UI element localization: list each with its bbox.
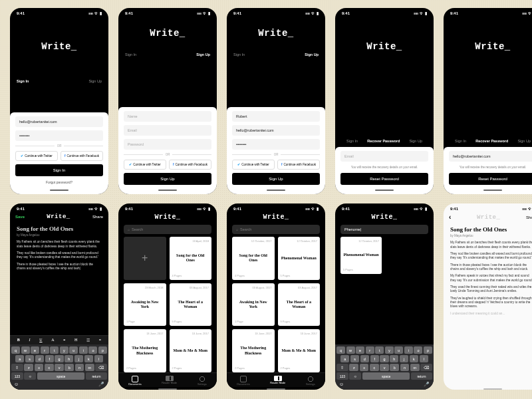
key-r[interactable]: r (41, 346, 49, 354)
share-button[interactable]: Share (92, 215, 103, 219)
doc-card[interactable]: 13 June, 2017The Mothering Blackness2 Pa… (124, 329, 166, 372)
key-b[interactable]: b (390, 364, 399, 371)
key-h[interactable]: h (65, 355, 73, 362)
key-k[interactable]: k (84, 355, 93, 362)
heading-button[interactable]: H (74, 338, 77, 342)
tab-settings[interactable]: Settings (306, 376, 315, 386)
doc-card[interactable]: 03 August, 2017Awaking in New York1 Page (232, 283, 275, 327)
key-x[interactable]: x (35, 364, 44, 371)
key-t[interactable]: t (50, 346, 59, 354)
key-w[interactable]: w (21, 346, 30, 354)
underline-button[interactable]: U (39, 338, 42, 342)
tab-reader[interactable]: Reader Mode (270, 376, 285, 386)
key-o[interactable]: o (88, 346, 97, 354)
tab-documents[interactable]: Documents (128, 376, 141, 386)
space-key[interactable]: space (37, 372, 85, 380)
add-card[interactable]: + (124, 237, 166, 280)
key-o[interactable]: o (414, 346, 422, 354)
tab-reader[interactable]: Reader Mode (162, 376, 177, 386)
key-d[interactable]: d (360, 355, 369, 362)
search-input[interactable]: Phenome| (340, 225, 428, 234)
num-key[interactable]: 123 (11, 372, 23, 380)
email-field[interactable]: hello@robertanitei.com (232, 125, 320, 136)
key-e[interactable]: e (31, 346, 39, 354)
name-field[interactable]: Robert (232, 111, 320, 122)
tab-recover[interactable]: Recover Password (367, 139, 400, 143)
doc-card[interactable]: 03 August, 2017The Heart of a Woman9 Pag… (170, 283, 212, 327)
key-q[interactable]: q (11, 346, 20, 354)
key-j[interactable]: j (74, 355, 83, 362)
key-q[interactable]: q (336, 346, 345, 354)
facebook-button[interactable]: fContinue with Facebook (169, 160, 211, 170)
key-y[interactable]: y (385, 346, 394, 354)
key-p[interactable]: p (424, 346, 432, 354)
password-field[interactable]: •••••••• (15, 130, 103, 141)
doc-card[interactable]: 13 June, 2017Mom & Me & Mom2 Pages (278, 329, 321, 372)
signup-button[interactable]: Sign Up (232, 173, 320, 185)
name-field[interactable]: Name (124, 111, 211, 122)
password-field[interactable]: •••••••• (232, 139, 320, 150)
key-i[interactable]: i (79, 346, 88, 354)
doc-card[interactable]: 13 June, 2017Mom & Me & Mom2 Pages (170, 329, 212, 372)
document-area[interactable]: Song for the Old Ones by Maya Angelou My… (444, 222, 532, 387)
emoji-icon[interactable]: ☺ (14, 382, 19, 387)
facebook-button[interactable]: fContinue with Facebook (61, 151, 103, 161)
delete-key[interactable]: ⌫ (95, 364, 107, 371)
share-button[interactable]: Share (526, 215, 532, 219)
key-n[interactable]: n (75, 364, 84, 371)
key-y[interactable]: y (60, 346, 68, 354)
signup-button[interactable]: Sign Up (124, 173, 211, 185)
email-field[interactable]: Email (340, 151, 428, 162)
key-e[interactable]: e (356, 346, 364, 354)
document-area[interactable]: Song for the Old Ones by Maya Angelou My… (10, 221, 108, 335)
email-field[interactable]: hello@robertanitei.com (15, 116, 103, 127)
key-c[interactable]: c (45, 364, 54, 371)
key-m[interactable]: m (410, 364, 420, 371)
twitter-button[interactable]: ✔Continue with Twitter (124, 160, 166, 170)
tab-signup[interactable]: Sign Up (196, 53, 210, 57)
mic-icon[interactable]: 🎤 (98, 382, 104, 387)
key-t[interactable]: t (375, 346, 384, 354)
key-n[interactable]: n (400, 364, 410, 371)
key-g[interactable]: g (55, 355, 63, 362)
key-b[interactable]: b (65, 364, 74, 371)
back-button[interactable]: ‹ (449, 213, 451, 221)
key-l[interactable]: l (420, 355, 428, 362)
emoji-key[interactable]: ☺ (24, 372, 36, 380)
key-f[interactable]: f (45, 355, 54, 362)
key-g[interactable]: g (380, 355, 388, 362)
tab-signup[interactable]: Sign Up (88, 79, 102, 83)
key-k[interactable]: k (410, 355, 418, 362)
key-v[interactable]: v (380, 364, 389, 371)
tab-documents[interactable]: Documents (237, 376, 249, 386)
key-h[interactable]: h (390, 355, 398, 362)
key-p[interactable]: p (98, 346, 107, 354)
doc-card[interactable]: 12 October, 2017Song for the Old Ones4 P… (232, 237, 275, 280)
key-j[interactable]: j (400, 355, 408, 362)
return-key[interactable]: return (86, 372, 107, 380)
delete-key[interactable]: ⌫ (420, 364, 432, 371)
signin-button[interactable]: Sign In (15, 164, 103, 176)
tab-signin[interactable]: Sign In (17, 79, 29, 83)
doc-card[interactable]: 10 April, 2018Song for the Old Ones4 Pag… (170, 237, 212, 280)
twitter-button[interactable]: ✔Continue with Twitter (15, 151, 58, 161)
quote-button[interactable]: ❝ (63, 338, 65, 342)
key-r[interactable]: r (366, 346, 374, 354)
italic-button[interactable]: I (29, 338, 31, 342)
forgot-link[interactable]: Forgot password? (15, 180, 103, 185)
doc-card[interactable]: 12 October, 2017Phenomenal Woman5 Pages (340, 237, 382, 274)
key-z[interactable]: z (24, 364, 33, 371)
reset-button[interactable]: Reset Password (340, 173, 428, 185)
align-button[interactable]: ≡ (99, 338, 101, 342)
search-input[interactable]: ⌕Search (232, 225, 320, 234)
key-f[interactable]: f (370, 355, 379, 362)
key-c[interactable]: c (370, 364, 379, 371)
tab-signin[interactable]: Sign In (125, 53, 136, 57)
email-field[interactable]: Email (124, 125, 211, 136)
doc-card[interactable]: 03 August, 2017The Heart of a Woman9 Pag… (278, 283, 321, 327)
doc-card[interactable]: 13 June, 2017The Mothering Blackness2 Pa… (232, 329, 275, 372)
tab-settings[interactable]: Settings (198, 376, 207, 386)
doc-card[interactable]: 12 October, 2017Phenomenal Woman5 Pages (278, 237, 321, 280)
key-z[interactable]: z (349, 364, 358, 371)
key-x[interactable]: x (360, 364, 369, 371)
